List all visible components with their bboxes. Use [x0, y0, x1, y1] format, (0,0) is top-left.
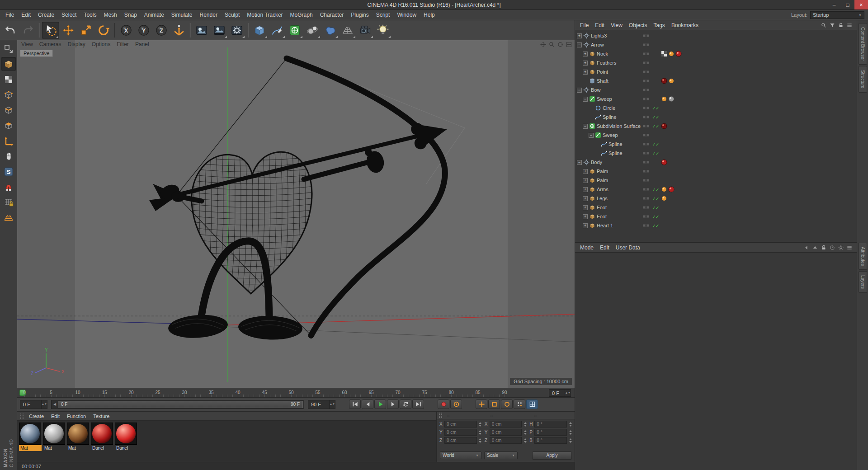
stepper-icon[interactable]: [478, 438, 482, 443]
menu-character[interactable]: Character: [316, 10, 348, 19]
attribute-manager-menu-mode[interactable]: Mode: [577, 244, 597, 252]
position-y-field[interactable]: 0 cm: [444, 429, 477, 436]
object-manager-menu-tags[interactable]: Tags: [651, 21, 668, 29]
lock-icon[interactable]: [821, 244, 827, 251]
object-manager-menu-objects[interactable]: Objects: [626, 21, 651, 29]
mat-gray-tag-icon[interactable]: [668, 96, 675, 102]
coordinate-mode-select[interactable]: World ▼: [440, 451, 481, 459]
perspective-viewport[interactable]: ViewCamerasDisplayOptionsFilterPanel Per…: [17, 40, 575, 388]
stepper-icon[interactable]: [523, 438, 527, 443]
tree-row-sweep[interactable]: −Sweep: [575, 131, 857, 140]
record-parameter-button[interactable]: [514, 400, 525, 409]
render-picture-viewer-button[interactable]: [211, 22, 228, 39]
visibility-dots[interactable]: [642, 70, 650, 73]
search-icon[interactable]: [821, 22, 827, 28]
menu-snap[interactable]: Snap: [121, 10, 141, 19]
generator-subdivision-button[interactable]: [286, 22, 303, 39]
expand-icon[interactable]: +: [583, 70, 588, 75]
tree-row-sweep[interactable]: −Sweep: [575, 94, 857, 103]
goto-end-button[interactable]: [412, 400, 424, 409]
visibility-dots[interactable]: [642, 206, 650, 209]
pan-view-icon[interactable]: [540, 41, 547, 48]
goto-start-button[interactable]: [349, 400, 361, 409]
scale-mode-select[interactable]: Scale ▼: [484, 451, 518, 459]
record-position-button[interactable]: [476, 400, 487, 409]
phong-tag-icon[interactable]: [661, 96, 667, 102]
zoom-view-icon[interactable]: [548, 41, 555, 48]
menu-create[interactable]: Create: [34, 10, 58, 19]
visibility-dots[interactable]: [642, 61, 650, 64]
visibility-dots[interactable]: [642, 170, 650, 173]
history-icon[interactable]: [829, 244, 835, 251]
tree-row-shaft[interactable]: Shaft: [575, 76, 857, 85]
range-left-arrow-icon[interactable]: ◀: [52, 402, 58, 406]
rotation-p-field[interactable]: 0 °: [534, 429, 567, 436]
coords-column-header[interactable]: --: [444, 413, 487, 418]
menu-tools[interactable]: Tools: [80, 10, 100, 19]
snap-button[interactable]: S: [1, 164, 16, 179]
coordinate-system-button[interactable]: [170, 22, 188, 39]
visibility-dots[interactable]: [642, 116, 650, 118]
material-item[interactable]: Mat: [67, 423, 90, 451]
tree-row-foot[interactable]: +Foot✓✓: [575, 203, 857, 212]
camera-button[interactable]: [357, 22, 374, 39]
timeline-ruler[interactable]: 0 F ▲▼ 051015202530354045505560657075808…: [17, 388, 575, 398]
material-menu-texture[interactable]: Texture: [90, 413, 113, 420]
attribute-manager-menu-edit[interactable]: Edit: [597, 244, 613, 252]
object-manager-menu-bookmarks[interactable]: Bookmarks: [668, 21, 702, 29]
stepper-icon[interactable]: [523, 422, 527, 427]
mat-darkred-tag-icon[interactable]: [661, 78, 667, 84]
stepper-icon[interactable]: ▲▼: [565, 390, 571, 396]
enable-check[interactable]: ✓✓: [650, 124, 661, 129]
tree-row-palm[interactable]: +Palm: [575, 176, 857, 185]
tab-attributes[interactable]: Attributes: [859, 243, 867, 270]
enable-check[interactable]: ✓✓: [650, 106, 661, 111]
visibility-dots[interactable]: [642, 134, 650, 136]
enable-check[interactable]: ✓✓: [650, 115, 661, 120]
checker-tag-icon[interactable]: [661, 51, 667, 57]
current-frame-box[interactable]: 0 F ▲▼: [549, 389, 571, 397]
menu-help[interactable]: Help: [420, 10, 439, 19]
size-x-field[interactable]: 0 cm: [490, 421, 522, 428]
enable-check[interactable]: ✓✓: [650, 151, 661, 156]
position-z-field[interactable]: 0 cm: [444, 437, 477, 444]
tree-row-palm[interactable]: +Palm: [575, 167, 857, 176]
lock-icon[interactable]: [838, 22, 844, 28]
phong-tag-icon[interactable]: [668, 51, 675, 57]
visibility-dots[interactable]: [642, 161, 650, 164]
stepper-icon[interactable]: [568, 422, 572, 427]
visibility-dots[interactable]: [642, 143, 650, 146]
scale-button[interactable]: [77, 22, 94, 39]
preview-range-bar[interactable]: 0 F 90 F: [58, 401, 303, 408]
visibility-dots[interactable]: [642, 125, 650, 127]
loop-button[interactable]: [400, 400, 411, 409]
menu-simulate[interactable]: Simulate: [168, 10, 196, 19]
enable-check[interactable]: ✓✓: [650, 196, 661, 201]
magnet-button[interactable]: [1, 180, 16, 194]
visibility-dots[interactable]: [642, 89, 650, 91]
stepper-icon[interactable]: [523, 430, 527, 435]
tree-row-feathers[interactable]: +Feathers: [575, 58, 857, 67]
enable-check[interactable]: ✓✓: [650, 142, 661, 147]
enable-check[interactable]: ✓✓: [650, 223, 661, 228]
menu-animate[interactable]: Animate: [141, 10, 168, 19]
back-icon[interactable]: [803, 244, 810, 251]
material-item[interactable]: Danel: [91, 423, 113, 451]
model-mode-button[interactable]: [1, 57, 16, 71]
object-manager-menu-view[interactable]: View: [608, 21, 626, 29]
camera-label[interactable]: Perspective: [20, 50, 53, 57]
expand-icon[interactable]: +: [583, 52, 588, 56]
material-item[interactable]: Mat: [19, 423, 42, 451]
expand-icon[interactable]: +: [583, 61, 588, 66]
apply-button[interactable]: Apply: [532, 451, 572, 460]
phong-tag-icon[interactable]: [661, 195, 667, 202]
collapse-icon[interactable]: −: [583, 97, 588, 102]
toggle-view-icon[interactable]: [566, 41, 572, 48]
workplane-button[interactable]: [1, 211, 16, 225]
material-item[interactable]: Mat: [43, 423, 66, 451]
redo-button[interactable]: [19, 22, 37, 39]
material-item[interactable]: Danel: [115, 423, 137, 451]
up-icon[interactable]: [812, 244, 818, 251]
menu-edit[interactable]: Edit: [18, 10, 34, 19]
tab-structure[interactable]: Structure: [859, 66, 867, 93]
